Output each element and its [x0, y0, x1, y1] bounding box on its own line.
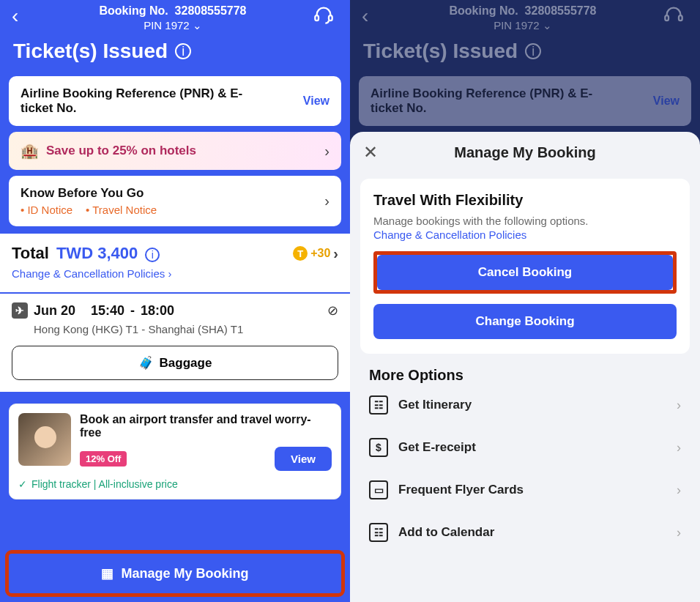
- transfer-title: Book an airport transfer and travel worr…: [80, 413, 332, 439]
- svg-rect-2: [665, 15, 669, 21]
- header-dim: ‹ Booking No. 32808555778 PIN 1972 ⌄: [350, 0, 700, 70]
- check-circle-icon[interactable]: ⊘: [327, 302, 338, 319]
- transfer-view-button[interactable]: View: [275, 447, 332, 471]
- total-section: Total TWD 3,400 i T +30 › Change & Cance…: [0, 234, 350, 292]
- option-ffc[interactable]: ▭Frequent Flyer Cards ›: [350, 469, 700, 511]
- chevron-right-icon: ›: [324, 143, 329, 160]
- pin-row[interactable]: PIN 1972 ⌄: [32, 19, 313, 32]
- receipt-icon: $: [369, 438, 388, 457]
- coin-icon: T: [293, 246, 308, 261]
- flight-segment: ✈ Jun 20 15:40 - 18:00 ⊘ Hong Kong (HKG)…: [0, 294, 350, 392]
- travel-notice: Travel Notice: [86, 204, 157, 216]
- baggage-icon: 🧳: [138, 355, 154, 371]
- calendar-icon: ☷: [369, 523, 388, 542]
- reward-points[interactable]: T +30 ›: [293, 245, 338, 262]
- hotel-icon: 🏨: [21, 142, 39, 160]
- manage-booking-screen: ‹ Booking No. 32808555778 PIN 1972 ⌄: [350, 0, 700, 602]
- policy-link[interactable]: Change & Cancellation Policies ›: [12, 267, 171, 280]
- plane-icon: ✈: [12, 302, 28, 319]
- booking-no-label: Booking No.: [100, 4, 168, 17]
- promo-text: Save up to 25% on hotels: [46, 144, 196, 158]
- cancel-booking-button[interactable]: Cancel Booking: [377, 255, 673, 290]
- route-text: Hong Kong (HKG) T1 - Shanghai (SHA) T1: [34, 323, 338, 335]
- airport-transfer-card: Book an airport transfer and travel worr…: [9, 404, 341, 499]
- status-title: Ticket(s) Issued: [13, 40, 168, 63]
- option-ereceipt[interactable]: $Get E-receipt ›: [350, 426, 700, 469]
- booking-detail-screen: ‹ Booking No. 32808555778 PIN 1972 ⌄: [0, 0, 350, 602]
- back-icon[interactable]: ‹: [12, 4, 32, 28]
- kbyg-title: Know Before You Go: [21, 186, 157, 201]
- flex-title: Travel With Flexibility: [373, 192, 677, 209]
- info-icon: i: [525, 43, 541, 59]
- chevron-right-icon: ›: [333, 245, 338, 262]
- chevron-down-icon: ⌄: [193, 19, 202, 31]
- grid-icon: ▦: [101, 565, 113, 581]
- option-itinerary[interactable]: ☷Get Itinerary ›: [350, 384, 700, 426]
- flex-policy-link[interactable]: Change & Cancellation Policies: [373, 228, 677, 241]
- manage-booking-sheet: ✕ Manage My Booking Travel With Flexibil…: [350, 132, 700, 602]
- check-icon: ✓: [18, 478, 27, 490]
- itinerary-icon: ☷: [369, 395, 388, 415]
- option-calendar[interactable]: ☷Add to Calendar ›: [350, 511, 700, 554]
- pnr-card[interactable]: Airline Booking Reference (PNR) & E-tick…: [9, 76, 341, 126]
- support-icon: [663, 4, 688, 25]
- chevron-right-icon: ›: [324, 193, 329, 209]
- svg-rect-3: [679, 15, 682, 21]
- discount-badge: 12% Off: [80, 451, 127, 467]
- close-icon[interactable]: ✕: [363, 142, 387, 163]
- svg-rect-1: [329, 15, 332, 21]
- sheet-title: Manage My Booking: [387, 144, 687, 161]
- transfer-footer: ✓ Flight tracker | All-inclusive price: [18, 478, 332, 490]
- pnr-view-link[interactable]: View: [303, 94, 329, 108]
- hotel-promo-card[interactable]: 🏨 Save up to 25% on hotels ›: [9, 132, 341, 170]
- info-icon[interactable]: i: [145, 248, 160, 262]
- flexibility-card: Travel With Flexibility Manage bookings …: [360, 179, 690, 354]
- chevron-right-icon: ›: [677, 398, 681, 413]
- change-booking-button[interactable]: Change Booking: [373, 304, 677, 339]
- know-before-card[interactable]: Know Before You Go ID Notice Travel Noti…: [9, 176, 341, 226]
- flex-subtitle: Manage bookings with the following optio…: [373, 215, 677, 227]
- info-icon[interactable]: i: [175, 43, 191, 59]
- back-icon: ‹: [362, 4, 382, 28]
- more-options-title: More Options: [350, 363, 700, 384]
- svg-rect-0: [315, 15, 319, 21]
- transfer-image: [18, 413, 71, 466]
- chevron-right-icon: ›: [677, 525, 681, 540]
- card-icon: ▭: [369, 480, 388, 499]
- header: ‹ Booking No. 32808555778 PIN 1972 ⌄: [0, 0, 350, 70]
- id-notice: ID Notice: [21, 204, 72, 216]
- total-label: Total: [12, 244, 49, 263]
- pnr-label: Airline Booking Reference (PNR) & E-tick…: [21, 86, 269, 116]
- manage-booking-button[interactable]: ▦ Manage My Booking: [9, 554, 341, 593]
- chevron-right-icon: ›: [677, 483, 681, 498]
- support-icon[interactable]: [313, 4, 338, 25]
- booking-no-value: 32808555778: [175, 4, 247, 17]
- baggage-button[interactable]: 🧳 Baggage: [12, 346, 338, 380]
- chevron-right-icon: ›: [677, 440, 681, 456]
